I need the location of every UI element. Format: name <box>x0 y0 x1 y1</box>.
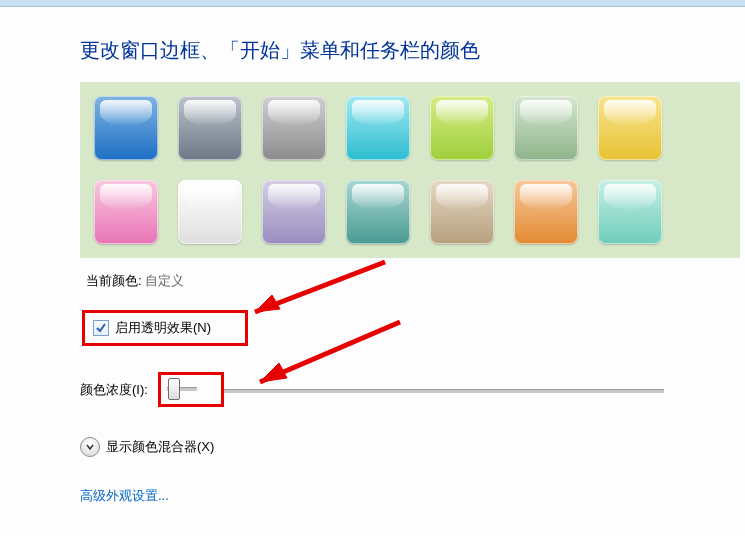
transparency-label: 启用透明效果(N) <box>115 319 211 337</box>
color-swatch-aqua[interactable] <box>598 180 662 244</box>
window: 更改窗口边框、「开始」菜单和任务栏的颜色 当前颜色: 自定义 启用透明效果(N)… <box>0 0 745 536</box>
transparency-checkbox-row[interactable]: 启用透明效果(N) <box>82 310 248 346</box>
color-swatch-yellow[interactable] <box>598 96 662 160</box>
intensity-slider-highlight <box>158 372 224 407</box>
color-mixer-label: 显示颜色混合器(X) <box>106 438 214 456</box>
intensity-slider[interactable] <box>224 381 664 399</box>
expand-button[interactable] <box>80 437 100 457</box>
advanced-appearance-link[interactable]: 高级外观设置... <box>80 487 169 505</box>
chevron-down-icon <box>86 443 94 451</box>
content-area: 更改窗口边框、「开始」菜单和任务栏的颜色 当前颜色: 自定义 启用透明效果(N)… <box>0 7 745 505</box>
color-swatch-orange[interactable] <box>514 180 578 244</box>
color-swatch-lavender[interactable] <box>262 180 326 244</box>
svg-marker-1 <box>255 295 280 312</box>
color-swatch-slate[interactable] <box>178 96 242 160</box>
titlebar <box>0 0 745 7</box>
color-mixer-row[interactable]: 显示颜色混合器(X) <box>80 437 745 457</box>
color-swatch-gray[interactable] <box>262 96 326 160</box>
color-swatch-tan[interactable] <box>430 180 494 244</box>
color-swatch-sage[interactable] <box>514 96 578 160</box>
color-swatch-white[interactable] <box>178 180 242 244</box>
intensity-label: 颜色浓度(I): <box>80 381 148 399</box>
color-swatch-deep-blue[interactable] <box>94 96 158 160</box>
current-color-value: 自定义 <box>145 273 184 288</box>
color-swatch-teal[interactable] <box>346 180 410 244</box>
color-swatch-pink[interactable] <box>94 180 158 244</box>
current-color-line: 当前颜色: 自定义 <box>86 272 745 290</box>
annotation-arrow-1 <box>230 257 390 327</box>
checkmark-icon <box>96 323 106 333</box>
current-color-label: 当前颜色: <box>86 273 142 288</box>
intensity-row: 颜色浓度(I): <box>80 372 745 407</box>
color-swatch-cyan[interactable] <box>346 96 410 160</box>
slider-track <box>224 389 664 393</box>
page-title: 更改窗口边框、「开始」菜单和任务栏的颜色 <box>80 37 745 64</box>
color-swatch-lime[interactable] <box>430 96 494 160</box>
transparency-checkbox[interactable] <box>93 320 109 336</box>
intensity-slider-thumb[interactable] <box>168 378 180 400</box>
color-swatch-panel <box>80 82 740 258</box>
